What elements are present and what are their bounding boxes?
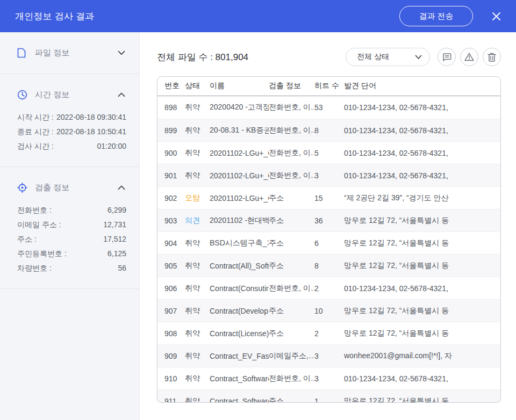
detect-info-row: 주소 : 17,512	[17, 232, 126, 247]
cell-words: 망우로 12길 72, “서울특별시 동	[344, 306, 501, 316]
cell-words: 망우로 12길 72, “서울특별시 동	[344, 261, 501, 271]
status-filter-dropdown[interactable]: 전체 상태	[346, 48, 430, 66]
time-info-row: 종료 시간 : 2022-08-18 10:50:41	[17, 125, 126, 139]
toolbar: 전체 파일 수 : 801,904 전체 상태	[157, 48, 501, 66]
cell-hits: 3	[314, 374, 344, 383]
cell-words: wonhee2001@gmail.com[!*!], 자	[344, 351, 501, 361]
cell-hits: 53	[314, 103, 344, 112]
cell-status: 취약	[185, 351, 210, 361]
time-info-row: 시작 시간 : 2022-08-18 09:30:41	[17, 110, 126, 125]
cell-hits: 10	[314, 307, 344, 315]
cell-hits: 3	[314, 171, 344, 180]
info-label: 검사 시간 :	[17, 139, 54, 154]
table-row[interactable]: 899 취약 20-08.31 - KB증권… 전화번호, 이… 8 010-1…	[157, 119, 501, 141]
warning-button[interactable]	[460, 48, 478, 66]
cell-words: 010-1234-1234, 02-5678-4321,	[344, 126, 501, 135]
cell-status: 취약	[185, 148, 210, 158]
info-value: 01:20:00	[97, 139, 127, 154]
table-row[interactable]: 911 취약 Contract_Software… 주소 1 망우로 12길 7…	[157, 389, 501, 402]
cell-name: Contract(Develop…	[210, 307, 269, 315]
cell-name: Contract(License)_…	[210, 329, 269, 338]
chevron-up-icon	[118, 92, 125, 97]
table-body: 898 취약 20200420 -고객정… 전화번호, 이… 53 010-12…	[157, 96, 516, 402]
cell-name: Contract(All)_Soft…	[210, 262, 269, 270]
delete-button[interactable]	[483, 48, 501, 66]
cell-words: 010-1234-1234, 02-5678-4321,	[344, 284, 501, 293]
info-value: 6,299	[108, 203, 126, 218]
cell-words: 망우로 12길 72, “서울특별시 동	[344, 216, 501, 226]
file-icon	[17, 48, 27, 58]
table-row[interactable]: 904 취약 BSD시스템구축_계… 주소 6 망우로 12길 72, “서울특…	[157, 231, 501, 254]
cell-name: 20201102-LGu+_Q…	[210, 171, 269, 180]
cell-name: Contract_Software…	[210, 374, 269, 383]
cell-words: 010-1234-1234, 02-5678-4321,	[344, 149, 501, 157]
cell-status: 오탐	[185, 193, 210, 203]
column-header-status: 상태	[185, 81, 210, 91]
cell-no: 910	[157, 374, 185, 383]
cell-status: 취약	[185, 126, 210, 135]
cell-hits: 2	[314, 329, 344, 338]
table-row[interactable]: 910 취약 Contract_Software… 전화번호, 이… 3 010…	[157, 367, 501, 389]
comment-button[interactable]	[438, 48, 456, 66]
cell-detect: 전화번호, 이…	[269, 374, 314, 383]
cell-no: 903	[157, 216, 185, 225]
table-row[interactable]: 902 오탐 20201102-LGu+_Q… 주소 15 “제 2공단 2길 …	[157, 186, 501, 209]
table-row[interactable]: 898 취약 20200420 -고객정… 전화번호, 이… 53 010-12…	[157, 96, 501, 119]
cell-words: 망우로 12길 72, “서울특별시 동	[344, 238, 501, 248]
cell-hits: 5	[314, 149, 344, 157]
cell-words: 망우로 12길 72, “서울특별시 동	[344, 396, 501, 403]
cell-hits: 6	[314, 239, 344, 248]
cell-status: 취약	[185, 329, 210, 338]
cell-name: BSD시스템구축_계…	[210, 238, 269, 248]
sidebar-section-label: 파일 정보	[35, 48, 118, 58]
close-button[interactable]	[489, 9, 503, 23]
cell-no: 905	[157, 262, 185, 270]
info-label: 주소 :	[17, 232, 37, 247]
table-row[interactable]: 903 의견 20201102 -현대백… 주소 36 망우로 12길 72, …	[157, 209, 501, 231]
cell-no: 911	[157, 397, 185, 403]
sidebar: 파일 정보 시간 정보 시작 시간 :	[0, 32, 140, 420]
cell-status: 취약	[185, 306, 210, 316]
cell-no: 902	[157, 194, 185, 202]
chevron-up-icon	[118, 185, 125, 190]
detect-info-row: 차량번호 : 56	[17, 261, 126, 276]
sidebar-section-file-info[interactable]: 파일 정보	[17, 46, 126, 59]
sidebar-section-detect-info[interactable]: 검출 정보	[17, 181, 126, 194]
table-row[interactable]: 900 취약 20201102-LGu+_Q… 전화번호, 이… 5 010-1…	[157, 141, 501, 164]
cell-detect: 주소	[269, 261, 314, 271]
table-row[interactable]: 905 취약 Contract(All)_Soft… 주소 8 망우로 12길 …	[157, 254, 501, 277]
table-row[interactable]: 908 취약 Contract(License)_… 주소 2 망우로 12길 …	[157, 322, 501, 344]
cell-no: 909	[157, 352, 185, 360]
table-row[interactable]: 907 취약 Contract(Develop… 주소 10 망우로 12길 7…	[157, 299, 501, 322]
cell-name: 20201102 -현대백…	[210, 216, 269, 226]
cell-status: 취약	[185, 103, 210, 112]
column-header-words: 발견 단어	[344, 81, 501, 91]
detect-info-row: 이메일 주소 : 12,731	[17, 218, 126, 232]
info-value: 17,512	[103, 232, 126, 247]
chevron-down-icon	[415, 55, 422, 60]
table-row[interactable]: 906 취약 Contract(Consutin… 전화번호, 이… 2 010…	[157, 277, 501, 299]
info-label: 종료 시간 :	[17, 125, 54, 139]
clock-icon	[17, 90, 27, 100]
comment-icon	[442, 53, 452, 62]
total-file-count: 전체 파일 수 : 801,904	[157, 51, 248, 63]
table-row[interactable]: 909 취약 Contract_EV_Faso… 이메일주소,… 3 wonhe…	[157, 344, 501, 367]
send-results-button[interactable]: 결과 전송	[399, 6, 473, 26]
info-value: 2022-08-18 10:50:41	[56, 125, 126, 139]
cell-status: 의견	[185, 216, 210, 226]
cell-no: 899	[157, 126, 185, 135]
cell-status: 취약	[185, 261, 210, 271]
table-row[interactable]: 901 취약 20201102-LGu+_Q… 전화번호, 이… 3 010-1…	[157, 164, 501, 186]
cell-detect: 전화번호, 이…	[269, 171, 314, 180]
time-info-row: 검사 시간 : 01:20:00	[17, 139, 126, 154]
cell-name: 20201102-LGu+_Q…	[210, 194, 269, 202]
cell-hits: 1	[314, 397, 344, 403]
cell-no: 907	[157, 307, 185, 315]
sidebar-section-time-info[interactable]: 시간 정보	[17, 88, 126, 101]
cell-name: 20-08.31 - KB증권…	[210, 126, 269, 135]
cell-hits: 2	[314, 284, 344, 293]
table-header-row: 번호 상태 이름 검출 정보 히트 수 발견 단어	[157, 76, 501, 96]
cell-no: 906	[157, 284, 185, 293]
cell-no: 901	[157, 171, 185, 180]
cell-status: 취약	[185, 284, 210, 293]
